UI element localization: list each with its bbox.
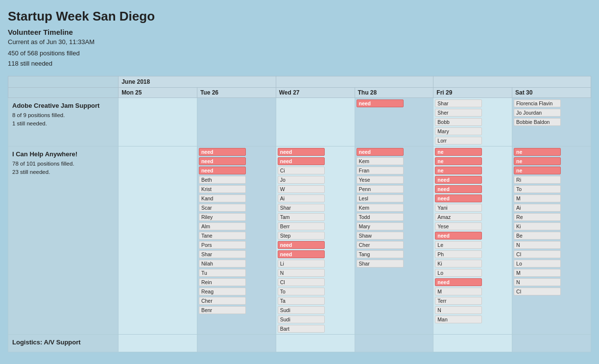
volunteer-chip: Shar [435, 99, 482, 107]
needed-chip: need [435, 185, 482, 193]
volunteer-chip: Shaw [357, 232, 404, 240]
category-row: Adobe Creative Jam Support8 of 9 positio… [8, 97, 591, 146]
volunteer-chip: Ci [278, 167, 325, 174]
header-thu: Thu 28 [355, 87, 433, 97]
needed-chip: need [435, 194, 482, 202]
volunteer-chip: Be [514, 232, 561, 240]
header-month-label [8, 76, 119, 87]
volunteer-chip: Ki [435, 260, 482, 267]
needed-chip: need [435, 278, 482, 286]
volunteer-chip: Cher [199, 297, 246, 305]
volunteer-chip: Sher [435, 109, 482, 117]
volunteer-chip: Fran [357, 167, 404, 174]
category-row: I Can Help Anywhere!78 of 101 positions … [8, 146, 591, 334]
volunteer-chip: Reag [199, 288, 246, 295]
needed-chip: need [278, 241, 325, 249]
needed-chip: need [278, 250, 325, 258]
volunteer-chip: Kem [357, 204, 404, 212]
volunteer-chip: Penn [357, 185, 404, 193]
header-month: June 2018 [119, 76, 276, 87]
stats-line1: 450 of 568 positions filled [8, 49, 591, 59]
volunteer-chip: Florencia Flavin [514, 99, 561, 107]
volunteer-chip: W [278, 185, 325, 193]
volunteer-chip: Yese [357, 176, 404, 184]
section-subtitle: Volunteer Timeline [8, 28, 591, 36]
category-label: Adobe Creative Jam Support8 of 9 positio… [8, 97, 119, 146]
needed-chip: need [278, 148, 325, 156]
volunteer-chip: Jo Jourdan [514, 109, 561, 117]
volunteer-chip: Lo [435, 269, 482, 277]
volunteer-chip: Le [435, 241, 482, 249]
volunteer-chip: Yani [435, 204, 482, 212]
volunteer-chip: Man [435, 315, 482, 323]
volunteer-chip: Ai [278, 194, 325, 202]
needed-chip: need [435, 232, 482, 240]
timeline-table: June 2018 Mon 25 Tue 26 Wed 27 Thu 28 Fr… [8, 76, 591, 352]
needed-chip: ne [435, 148, 482, 156]
needed-chip: ne [435, 157, 482, 165]
header-fri: Fri 29 [433, 87, 512, 97]
volunteer-chip: Ta [278, 297, 325, 305]
needed-chip: need [278, 157, 325, 165]
volunteer-chip: Li [278, 260, 325, 267]
header-month-2 [276, 76, 433, 87]
day-cell [197, 97, 276, 146]
volunteer-chip: Kand [199, 194, 246, 202]
volunteer-chip: Krist [199, 185, 246, 193]
volunteer-chip: Pors [199, 241, 246, 249]
volunteer-chip: Cl [514, 250, 561, 258]
day-cell: neneneRiToMAiReKiBeNClLoMNCl [512, 146, 591, 334]
volunteer-chip: Berr [278, 222, 325, 230]
volunteer-chip: Yese [435, 222, 482, 230]
volunteer-chip: Tu [199, 269, 246, 277]
volunteer-chip: Tane [199, 232, 246, 240]
needed-chip: need [357, 148, 404, 156]
volunteer-chip: Beth [199, 176, 246, 184]
day-cell [276, 97, 355, 146]
day-cell: needneedneedBethKristKandScarRileyAlmTan… [197, 146, 276, 334]
volunteer-chip: Jo [278, 176, 325, 184]
needed-chip: need [357, 99, 404, 107]
day-cell: needKemFranYesePennLeslKemToddMaryShawCh… [355, 146, 433, 334]
day-cell: need [355, 97, 433, 146]
volunteer-chip: Sudi [278, 306, 325, 314]
needed-chip: ne [514, 148, 561, 156]
needed-chip: need [435, 176, 482, 184]
page-title: Startup Week San Diego [8, 9, 591, 24]
volunteer-chip: Bobbie Baldon [514, 118, 561, 126]
volunteer-chip: Step [278, 232, 325, 240]
day-cell [119, 97, 197, 146]
day-cell: needneedCiJoWAiSharTamBerrStepneedneedLi… [276, 146, 355, 334]
day-cell: Florencia FlavinJo JourdanBobbie Baldon [512, 97, 591, 146]
day-cell [119, 334, 197, 352]
needed-chip: ne [514, 167, 561, 174]
volunteer-chip: N [435, 306, 482, 314]
volunteer-chip: Cl [278, 278, 325, 286]
volunteer-chip: Scar [199, 204, 246, 212]
volunteer-chip: Terr [435, 297, 482, 305]
volunteer-chip: Shar [278, 204, 325, 212]
header-tue: Tue 26 [197, 87, 276, 97]
category-label: I Can Help Anywhere!78 of 101 positions … [8, 146, 119, 334]
needed-chip: need [199, 157, 246, 165]
day-cell: neneneneedneedneedYaniAmazYeseneedLePhKi… [433, 146, 512, 334]
volunteer-chip: To [278, 288, 325, 295]
stats-line2: 118 still needed [8, 59, 591, 69]
volunteer-chip: Tam [278, 213, 325, 221]
day-cell [355, 334, 433, 352]
volunteer-chip: Amaz [435, 213, 482, 221]
day-cell [119, 146, 197, 334]
volunteer-chip: Mary [435, 127, 482, 135]
day-cell [276, 334, 355, 352]
volunteer-chip: Cl [514, 288, 561, 295]
volunteer-chip: Lorr [435, 137, 482, 145]
volunteer-chip: To [514, 185, 561, 193]
volunteer-chip: M [514, 194, 561, 202]
day-cell [433, 334, 512, 352]
header-sat: Sat 30 [512, 87, 591, 97]
volunteer-chip: Bobb [435, 118, 482, 126]
volunteer-chip: Kem [357, 157, 404, 165]
volunteer-chip: Mary [357, 222, 404, 230]
volunteer-chip: Ph [435, 250, 482, 258]
volunteer-chip: N [278, 269, 325, 277]
